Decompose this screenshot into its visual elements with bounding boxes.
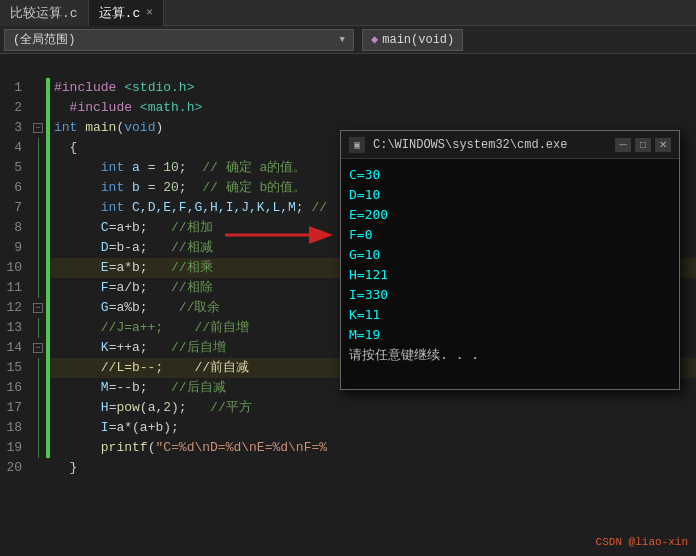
code-sp5 [124,158,132,178]
code-token-G: G [101,298,109,318]
code-token-sp1 [116,78,124,98]
code-token-int2: int [101,158,124,178]
code-token-fmtstr: "C=%d\nD=%d\nE=%d\nF=% [155,438,327,458]
cmd-output-h121: H=121 [349,265,671,285]
scope-dropdown-label: (全局范围) [13,31,75,48]
line-num-16: 15 [0,358,22,378]
gutter-3 [30,98,46,118]
gutter-21 [30,458,46,478]
line-num-2: 1 [0,78,22,98]
cmd-content: C=30 D=10 E=200 F=0 G=10 H=121 I=330 K=1… [341,159,679,371]
gutter-19 [30,418,46,438]
scope-dropdown[interactable]: (全局范围) ▼ [4,29,354,51]
collapse-for-icon[interactable]: − [33,303,43,313]
code-op6: = [140,178,163,198]
code-token-M: M [101,378,109,398]
code-indent-12 [54,298,101,318]
cmd-output-k11: K=11 [349,305,671,325]
code-16a: =--b; [109,378,171,398]
code-indent-5 [54,158,101,178]
line-num-12: 11 [0,278,22,298]
scope-dropdown-arrow-icon: ▼ [340,35,345,45]
line-num-10: 9 [0,238,22,258]
line-num-17: 16 [0,378,22,398]
code-8a: =a+b; [109,218,171,238]
line-num-4: 3 [0,118,22,138]
cmd-output-m19: M=19 [349,325,671,345]
gutter-collapse: − − − [30,54,46,556]
gutter-6 [30,158,46,178]
code-line-20: } [50,458,696,478]
code-cmt9: //相减 [171,238,213,258]
code-9a: =b-a; [109,238,171,258]
code-line-17: H=pow(a,2); //平方 [50,398,696,418]
cmd-window-icon: ▣ [349,137,365,153]
gutter-5 [30,138,46,158]
code-sp7 [124,198,132,218]
code-token-paren: ( [116,118,124,138]
gutter-1 [30,58,46,78]
code-token-pp2: #include [70,98,132,118]
cmd-close-button[interactable]: ✕ [655,138,671,152]
gutter-13[interactable]: − [30,298,46,318]
code-cmt10: //相乘 [171,258,213,278]
code-cmt6: // 确定 b的值。 [202,178,306,198]
collapse-while-icon[interactable]: − [33,343,43,353]
code-cmt8: //相加 [171,218,213,238]
code-indent-17 [54,398,101,418]
code-token-include2: <math.h> [140,98,202,118]
code-token-paren2: ) [155,118,163,138]
code-token-main: main [85,118,116,138]
gutter-10 [30,238,46,258]
code-indent-6 [54,178,101,198]
code-token-pow: pow [116,398,139,418]
code-line-18: I=a*(a+b); [50,418,696,438]
line-num-18: 17 [0,398,22,418]
code-token-pp1: #include [54,78,116,98]
code-14a: =++a; [109,338,171,358]
tab-close-icon[interactable]: ✕ [146,7,153,18]
gutter-15[interactable]: − [30,338,46,358]
watermark: CSDN @liao-xin [596,536,688,548]
cmd-output-g10: G=10 [349,245,671,265]
code-token-I: I [101,418,109,438]
cmd-titlebar: ▣ C:\WINDOWS\system32\cmd.exe ─ □ ✕ [341,131,679,159]
code-sp6 [124,178,132,198]
tab-bar: 比较运算.c 运算.c ✕ [0,0,696,26]
code-token-D: D [101,238,109,258]
code-token-20: 20 [163,178,179,198]
scope-function[interactable]: ◆ main(void) [362,29,463,51]
code-17a: = [109,398,117,418]
tab-bijiao[interactable]: 比较运算.c [0,0,89,26]
tab-yunsuan[interactable]: 运算.c ✕ [89,0,164,26]
cmd-output-c30: C=30 [349,165,671,185]
gutter-4[interactable]: − [30,118,46,138]
code-19a: ( [148,438,156,458]
code-indent-14 [54,338,101,358]
scope-bar: (全局范围) ▼ ◆ main(void) [0,26,696,54]
code-18a: =a*(a+b); [109,418,179,438]
line-num-13: 12 [0,298,22,318]
cmd-output-prompt: 请按任意键继续. . . [349,345,671,365]
code-token-brace2: } [70,458,78,478]
code-cmt12: //取余 [179,298,221,318]
code-token-int1: int [54,118,77,138]
code-indent-11 [54,278,101,298]
cmd-output-f0: F=0 [349,225,671,245]
code-cmt5: // 确定 a的值。 [202,158,306,178]
code-token-int3: int [101,178,124,198]
code-token-F: F [101,278,109,298]
code-line-blank [50,58,696,78]
line-num-8: 7 [0,198,22,218]
code-token-H: H [101,398,109,418]
code-line-19: printf("C=%d\nD=%d\nE=%d\nF=% [50,438,696,458]
collapse-main-icon[interactable]: − [33,123,43,133]
gutter-16 [30,358,46,378]
cmd-output-i330: I=330 [349,285,671,305]
cmd-maximize-button[interactable]: □ [635,138,651,152]
gutter-2 [30,78,46,98]
code-token-10: 10 [163,158,179,178]
cmd-minimize-button[interactable]: ─ [615,138,631,152]
line-number-column: 1 2 3 4 5 6 7 8 9 10 11 12 13 14 15 16 1… [0,54,30,556]
code-indent-7 [54,198,101,218]
